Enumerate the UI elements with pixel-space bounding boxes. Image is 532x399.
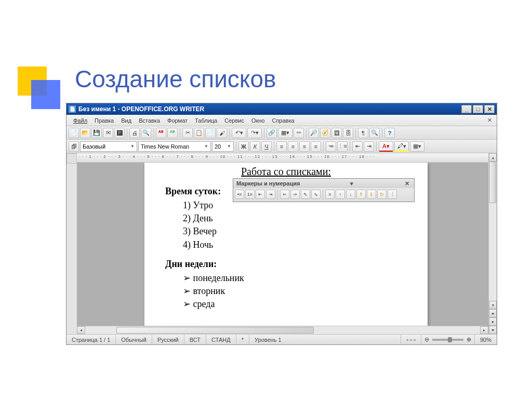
preview-icon[interactable]: 🔍 [141,128,151,138]
insert-unnum-icon[interactable]: ≡ [325,190,335,199]
styles-icon[interactable]: 🗐 [69,141,79,152]
menu-insert[interactable]: Вставка [135,116,164,125]
floating-toolbar-bullets[interactable]: Маркеры и нумерация ▾ ✕ •≡ 1≡ ⇤ ⇥ ⇐ ⇒ ⇖ … [233,178,415,202]
italic-icon[interactable]: К [250,141,260,152]
bullet-on-icon[interactable]: •≡ [235,190,244,199]
outdent-icon[interactable]: ⇤ [256,190,265,199]
redo-icon[interactable]: ↷▾ [247,128,262,138]
underline-icon[interactable]: Ч [261,141,272,152]
table-icon[interactable]: ▦▾ [278,128,292,138]
help-icon[interactable]: ? [384,128,395,138]
sb-mode[interactable]: СТАНД [206,335,236,344]
move-up-icon[interactable]: ↑ [336,190,345,199]
close-button[interactable]: ✕ [484,105,495,113]
datasource-icon[interactable]: 🗄 [343,128,353,138]
menu-tools[interactable]: Сервис [221,116,248,125]
find-icon[interactable]: 🔎 [309,128,319,138]
align-right-icon[interactable]: ≡ [299,141,310,152]
promote-sub-icon[interactable]: ⇖ [301,190,310,199]
bulleted-list: понедельник вторник среда [183,272,407,311]
pdf-icon[interactable]: 🅿 [114,128,125,138]
vertical-scrollbar[interactable]: ▴ ▾ ⏶ ● ⏷ [488,153,497,334]
font-name-dropdown[interactable]: Times New Roman▼ [138,141,211,152]
new-doc-icon[interactable]: 📄 [69,128,79,138]
sb-zoom-controls[interactable]: ⊖ ⊕ [421,335,475,344]
hyperlink-icon[interactable]: 🔗 [267,128,277,138]
nav-select-icon[interactable]: ● [489,317,497,326]
paintbrush-icon[interactable]: 🖌 [217,128,227,138]
scroll-v-thumb[interactable] [489,162,496,203]
scroll-h-thumb[interactable] [116,327,314,334]
move-up-sub-icon[interactable]: ⇑ [356,190,366,199]
horizontal-scrollbar[interactable]: ◂ ▸ [77,326,488,334]
demote-icon[interactable]: ⇒ [290,190,300,199]
bg-color-icon[interactable]: ▦▾ [410,141,424,152]
nav-next-icon[interactable]: ⏷ [489,326,497,334]
print-icon[interactable]: 🖨 [129,128,140,138]
email-icon[interactable]: ✉ [103,128,113,138]
open-icon[interactable]: 📂 [80,128,90,138]
scroll-left-icon[interactable]: ◂ [77,326,85,334]
menu-edit[interactable]: Правка [91,116,117,125]
highlight-icon[interactable]: 🖍▾ [394,141,409,152]
sb-zoom[interactable]: 90% [475,335,497,344]
copy-icon[interactable]: 📋 [194,128,204,138]
menu-format[interactable]: Формат [164,116,191,125]
menu-help[interactable]: Справка [268,116,298,125]
sb-lang[interactable]: Русский [152,335,184,344]
minimize-button[interactable]: _ [461,105,472,113]
sb-style[interactable]: Обычный [116,335,152,344]
floating-close-icon[interactable]: ✕ [403,180,411,187]
indent-dec-icon[interactable]: ⇤ [352,141,363,152]
paragraph-style-dropdown[interactable]: Базовый▼ [80,141,137,152]
document-canvas[interactable]: Работа со списками: Время суток: 1) Утро… [77,163,488,326]
zoom-out-icon[interactable]: ⊖ [424,336,429,343]
scroll-v-track[interactable] [489,162,497,301]
promote-icon[interactable]: ⇐ [280,190,289,199]
align-left-icon[interactable]: ≡ [276,141,287,152]
sb-view-icons[interactable]: ▫ ▫ ▫ [401,335,421,344]
bold-icon[interactable]: Ж [238,141,249,152]
restart-num-icon[interactable]: ↻ [377,190,387,199]
move-down-icon[interactable]: ↓ [346,190,355,199]
align-center-icon[interactable]: ≡ [288,141,298,152]
save-icon[interactable]: 💾 [91,128,102,138]
show-draw-icon[interactable]: ✏ [294,128,304,138]
doc-close-icon[interactable]: ✕ [485,117,494,124]
menu-table[interactable]: Таблица [191,116,221,125]
sb-insert[interactable]: ВСТ [184,335,206,344]
scroll-right-icon[interactable]: ▸ [480,326,488,334]
scroll-h-track[interactable] [85,326,480,334]
indent-icon[interactable]: ⇥ [266,190,275,199]
indent-inc-icon[interactable]: ⇥ [364,141,374,152]
gallery-icon[interactable]: 🖼 [331,128,342,138]
scroll-down-icon[interactable]: ▾ [489,301,497,309]
demote-sub-icon[interactable]: ⇘ [311,190,321,199]
align-justify-icon[interactable]: ≡ [311,141,321,152]
font-size-dropdown[interactable]: 20▼ [212,141,234,152]
move-down-sub-icon[interactable]: ⇓ [367,190,376,199]
paste-icon[interactable]: 📄 [205,128,216,138]
numbering-icon[interactable]: ≔ [326,141,336,152]
undo-icon[interactable]: ↶▾ [232,128,246,138]
scroll-up-icon[interactable]: ▴ [489,153,497,162]
font-color-icon[interactable]: A▾ [379,141,393,152]
autospell-icon[interactable]: ᴬᴮ [167,128,178,138]
bullets-icon[interactable]: ⋮≡ [337,141,348,152]
zoom-icon[interactable]: 🔍 [369,128,380,138]
menu-view[interactable]: Вид [117,116,135,125]
menu-file[interactable]: Файл [70,116,91,125]
nav-prev-icon[interactable]: ⏶ [489,309,497,317]
pin-icon[interactable]: ▾ [349,180,355,187]
nonprinting-icon[interactable]: ¶ [358,128,368,138]
menu-window[interactable]: Окно [248,116,269,125]
zoom-in-icon[interactable]: ⊕ [467,336,471,343]
cut-icon[interactable]: ✂ [182,128,193,138]
maximize-button[interactable]: □ [473,105,483,113]
floating-toolbar-title[interactable]: Маркеры и нумерация ▾ ✕ [233,179,414,188]
bullets-dialog-icon[interactable]: ⋮ [388,190,397,199]
spellcheck-icon[interactable]: ᴬᴮ [156,128,166,138]
number-on-icon[interactable]: 1≡ [245,190,255,199]
zoom-slider[interactable] [432,339,463,341]
navigator-icon[interactable]: 🧭 [320,128,330,138]
